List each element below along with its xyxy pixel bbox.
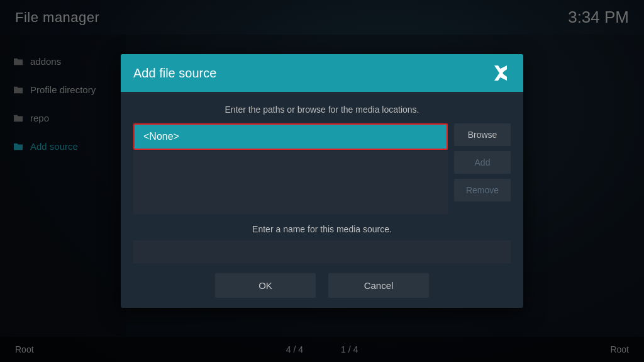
source-list — [133, 151, 448, 214]
name-instruction: Enter a name for this media source. — [133, 224, 511, 234]
side-buttons: Browse Add Remove — [454, 123, 511, 214]
dialog-header: Add file source — [121, 54, 523, 92]
remove-button[interactable]: Remove — [454, 179, 511, 201]
kodi-icon — [491, 63, 511, 83]
add-button[interactable]: Add — [454, 151, 511, 174]
source-area: <None> Browse Add Remove — [133, 123, 511, 214]
source-none-label: <None> — [143, 131, 179, 142]
add-file-source-dialog: Add file source Enter the paths or brows… — [121, 54, 523, 308]
modal-overlay: Add file source Enter the paths or brows… — [0, 0, 644, 362]
media-name-input[interactable] — [133, 240, 511, 263]
cancel-button[interactable]: Cancel — [328, 273, 429, 298]
dialog-body: Enter the paths or browse for the media … — [121, 92, 523, 308]
dialog-instruction: Enter the paths or browse for the media … — [133, 105, 511, 115]
source-path-input[interactable]: <None> — [133, 123, 448, 150]
source-input-wrapper: <None> — [133, 123, 448, 214]
browse-button[interactable]: Browse — [454, 123, 511, 146]
dialog-title: Add file source — [133, 66, 216, 81]
ok-button[interactable]: OK — [215, 273, 316, 298]
kodi-logo — [491, 63, 511, 83]
dialog-actions: OK Cancel — [133, 273, 511, 298]
